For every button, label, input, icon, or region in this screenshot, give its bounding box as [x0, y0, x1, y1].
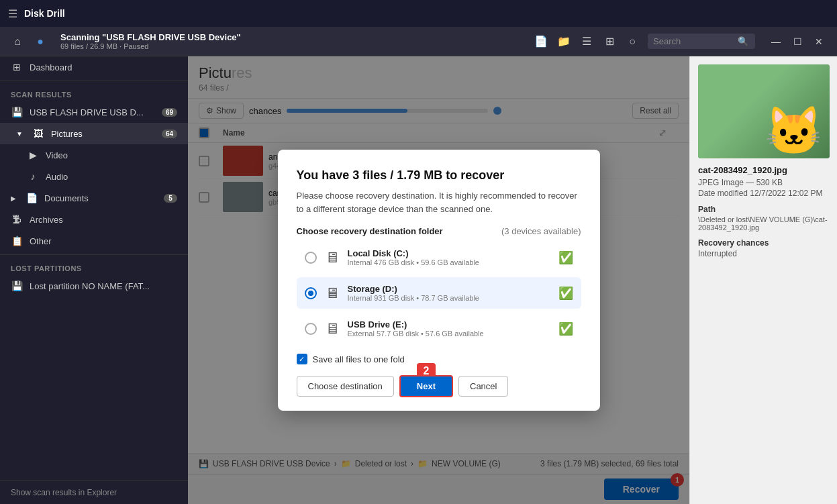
scan-title: Scanning "USB FLASH DRIVE USB Device"	[60, 32, 241, 42]
toolbar: ⌂ ● Scanning "USB FLASH DRIVE USB Device…	[0, 27, 837, 56]
sidebar-divider-1	[0, 81, 188, 81]
scan-info: Scanning "USB FLASH DRIVE USB Device" 69…	[60, 32, 241, 50]
radio-usb-e[interactable]	[305, 323, 317, 335]
disk-icon-e: 🖥	[325, 320, 340, 338]
folder-icon-button[interactable]: 📁	[554, 32, 574, 52]
preview-filename: cat-2083492_1920.jpg	[698, 165, 829, 175]
dialog-buttons: Choose destination 2 Next Cancel	[297, 375, 581, 397]
documents-badge: 5	[164, 194, 177, 203]
archives-label: Archives	[30, 215, 177, 225]
device-info-c: Local Disk (C:) Internal 476 GB disk • 5…	[348, 248, 550, 266]
usb-label: USB FLASH DRIVE USB D...	[30, 107, 155, 117]
preview-image: 🐱	[698, 64, 830, 158]
preview-filedate: Date modified 12/7/2022 12:02 PM	[698, 189, 829, 198]
titlebar: ☰ Disk Drill	[0, 0, 837, 27]
dashboard-icon: ⊞	[11, 62, 23, 72]
sidebar-item-label: Dashboard	[30, 62, 177, 72]
documents-icon: 📄	[26, 193, 38, 203]
section-label: Choose recovery destination folder (3 de…	[297, 226, 581, 236]
next-button[interactable]: Next	[399, 375, 453, 397]
device-option-local-c[interactable]: 🖥 Local Disk (C:) Internal 476 GB disk •…	[297, 242, 581, 273]
sidebar: ⊞ Dashboard Scan results 💾 USB FLASH DRI…	[0, 56, 188, 504]
sidebar-item-pictures[interactable]: ▼ 🖼 Pictures 64	[0, 123, 188, 144]
main-layout: ⊞ Dashboard Scan results 💾 USB FLASH DRI…	[0, 56, 837, 504]
expand-icon: ▼	[16, 130, 23, 138]
disk-icon-c: 🖥	[325, 249, 340, 266]
menu-icon[interactable]: ☰	[8, 7, 17, 20]
video-label: Video	[46, 150, 177, 160]
other-icon: 📋	[11, 236, 23, 246]
other-icon-button[interactable]: ○	[622, 32, 642, 52]
cat-silhouette: 🐱	[765, 103, 823, 158]
app-name: Disk Drill	[24, 8, 65, 19]
device-option-usb-e[interactable]: 🖥 USB Drive (E:) External 57.7 GB disk •…	[297, 313, 581, 344]
sidebar-item-video[interactable]: ▶ Video	[0, 144, 188, 166]
usb-icon: 💾	[11, 107, 23, 117]
path-value: \Deleted or lost\NEW VOLUME (G)\cat-2083…	[698, 215, 829, 232]
next-btn-wrap: 2 Next	[399, 375, 453, 397]
sidebar-item-dashboard[interactable]: ⊞ Dashboard	[0, 56, 188, 78]
sidebar-item-audio[interactable]: ♪ Audio	[0, 166, 188, 187]
sidebar-item-other[interactable]: 📋 Other	[0, 230, 188, 252]
save-all-checkbox[interactable]	[297, 354, 307, 364]
recovery-chances-label: Recovery chances	[698, 238, 829, 248]
recovery-dialog: You have 3 files / 1.79 MB to recover Pl…	[278, 150, 600, 411]
sidebar-item-archives[interactable]: 🗜 Archives	[0, 209, 188, 230]
archives-icon: 🗜	[11, 214, 23, 225]
preview-filetype: JPEG Image — 530 KB	[698, 178, 829, 187]
pictures-badge: 64	[162, 130, 177, 138]
dialog-title: You have 3 files / 1.79 MB to recover	[297, 168, 581, 183]
right-panel: 🐱 cat-2083492_1920.jpg JPEG Image — 530 …	[689, 56, 837, 504]
pictures-label: Pictures	[51, 129, 155, 139]
sidebar-section-scan: Scan results	[0, 84, 188, 101]
choose-destination-button[interactable]: Choose destination	[297, 376, 394, 397]
radio-local-c[interactable]	[305, 252, 317, 264]
search-icon: 🔍	[738, 36, 748, 46]
sidebar-item-documents[interactable]: ▶ 📄 Documents 5	[0, 187, 188, 209]
dialog-description: Please choose recovery destination. It i…	[297, 189, 581, 215]
recovery-chances-value: Interrupted	[698, 249, 829, 258]
close-button[interactable]: ✕	[809, 32, 829, 52]
grid-icon-button[interactable]: ⊞	[599, 32, 620, 52]
sidebar-section-lost: Lost partitions	[0, 258, 188, 275]
device-option-storage-d[interactable]: 🖥 Storage (D:) Internal 931 GB disk • 78…	[297, 277, 581, 309]
partition-icon: 💾	[11, 281, 23, 291]
check-icon-d: ✅	[558, 286, 573, 301]
search-input[interactable]	[653, 36, 734, 46]
audio-label: Audio	[46, 172, 177, 182]
window-controls: — ☐ ✕	[766, 32, 829, 52]
list-icon-button[interactable]: ☰	[577, 32, 597, 52]
scan-sub: 69 files / 26.9 MB · Paused	[60, 42, 241, 50]
minimize-button[interactable]: —	[766, 32, 786, 52]
sidebar-item-lost-partition[interactable]: 💾 Lost partition NO NAME (FAT...	[0, 275, 188, 297]
cat-preview: 🐱	[698, 64, 830, 158]
sidebar-divider-2	[0, 254, 188, 255]
pictures-icon: 🖼	[32, 128, 44, 139]
toolbar-icons: 📄 📁 ☰ ⊞ ○	[531, 32, 642, 52]
lost-partition-label: Lost partition NO NAME (FAT...	[30, 281, 177, 291]
main-content: Pictures 64 files / ⚙ Show chances Reset…	[188, 56, 689, 504]
home-button[interactable]: ⌂	[8, 32, 27, 51]
audio-icon: ♪	[27, 171, 39, 182]
maximize-button[interactable]: ☐	[787, 32, 807, 52]
file-icon-button[interactable]: 📄	[531, 32, 551, 52]
disk-icon-d: 🖥	[325, 285, 340, 302]
device-info-e: USB Drive (E:) External 57.7 GB disk • 5…	[348, 319, 550, 338]
device-info-d: Storage (D:) Internal 931 GB disk • 78.7…	[348, 284, 550, 302]
usb-badge: 69	[162, 108, 177, 117]
cancel-button[interactable]: Cancel	[458, 376, 508, 397]
show-in-explorer-button[interactable]: Show scan results in Explorer	[11, 488, 117, 497]
search-box[interactable]: 🔍	[648, 34, 755, 49]
documents-label: Documents	[44, 193, 157, 203]
radio-storage-d[interactable]	[305, 287, 317, 299]
save-all-row: Save all files to one fold	[297, 354, 581, 364]
toolbar-nav: ⌂ ●	[8, 32, 50, 51]
path-label: Path	[698, 205, 829, 214]
play-button[interactable]: ●	[31, 32, 50, 51]
video-icon: ▶	[27, 150, 39, 160]
check-icon-c: ✅	[558, 250, 573, 265]
sidebar-item-usb[interactable]: 💾 USB FLASH DRIVE USB D... 69	[0, 101, 188, 123]
check-icon-e: ✅	[558, 321, 573, 336]
sidebar-footer: Show scan results in Explorer	[0, 480, 188, 504]
documents-expand: ▶	[11, 195, 16, 202]
